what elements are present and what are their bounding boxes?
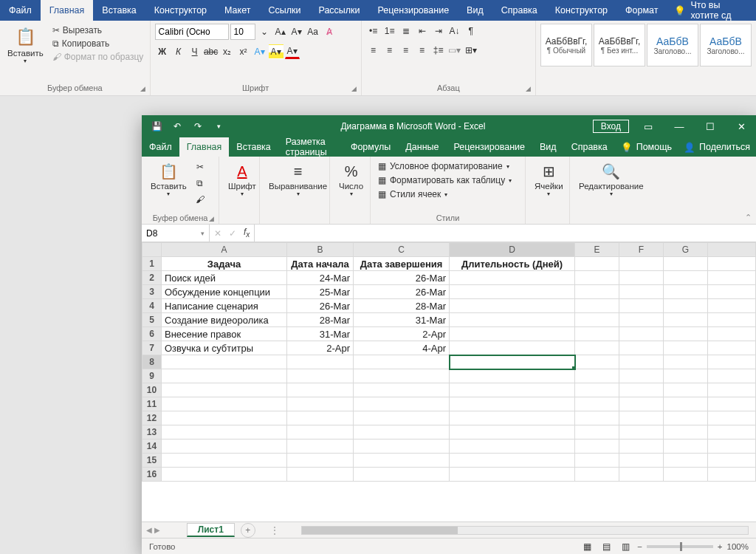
cell[interactable]	[708, 440, 756, 454]
signin-button[interactable]: Вход	[593, 120, 629, 133]
cell-G12[interactable]	[664, 411, 708, 425]
subscript-icon[interactable]: x₂	[220, 44, 235, 59]
view-normal-icon[interactable]: ▦	[580, 539, 594, 554]
cell[interactable]	[708, 341, 756, 355]
excel-tab-7[interactable]: Вид	[532, 137, 564, 157]
numbering-icon[interactable]: 1≡	[382, 24, 397, 38]
align-center-icon[interactable]: ≡	[382, 43, 397, 58]
cell-A14[interactable]	[162, 440, 287, 454]
row-header[interactable]: 15	[142, 454, 162, 468]
cell-C4[interactable]: 28-Mar	[354, 299, 450, 313]
dialog-launcher-icon[interactable]: ◢	[140, 85, 145, 92]
bullets-icon[interactable]: •≡	[366, 24, 381, 38]
italic-icon[interactable]: К	[171, 44, 186, 59]
format-painter-button[interactable]: 🖌Формат по образцу	[51, 50, 145, 64]
cell-E6[interactable]	[575, 327, 619, 341]
change-case-icon[interactable]: Aa	[306, 24, 320, 39]
excel-tab-2[interactable]: Вставка	[229, 137, 278, 157]
cell-A8[interactable]	[162, 355, 287, 369]
cell-G11[interactable]	[664, 397, 708, 411]
dialog-launcher-icon[interactable]: ◢	[526, 85, 531, 92]
format-painter-icon[interactable]: 🖌	[193, 192, 207, 207]
style-item[interactable]: АаБбВвГг,¶ Обычный	[540, 24, 592, 66]
cell-A7[interactable]: Озвучка и субтитры	[162, 341, 287, 355]
conditional-formatting-button[interactable]: ▦Условное форматирование▾	[377, 160, 519, 173]
cell-F15[interactable]	[619, 454, 664, 468]
excel-tab-6[interactable]: Рецензирование	[446, 137, 532, 157]
word-tab-7[interactable]: Рецензирование	[369, 0, 458, 21]
cell-F2[interactable]	[619, 271, 664, 285]
cell[interactable]	[708, 383, 756, 397]
cell-C1[interactable]: Дата завершения	[354, 257, 450, 271]
formula-input[interactable]	[255, 225, 756, 242]
word-tab-1[interactable]: Главная	[41, 0, 94, 21]
word-tab-0[interactable]: Файл	[0, 0, 41, 21]
cell-B3[interactable]: 25-Mar	[287, 285, 354, 299]
cell[interactable]	[708, 355, 756, 369]
cell-A15[interactable]	[162, 454, 287, 468]
cell-E3[interactable]	[575, 285, 619, 299]
format-as-table-button[interactable]: ▦Форматировать как таблицу▾	[377, 174, 519, 187]
dialog-launcher-icon[interactable]: ◢	[351, 85, 357, 92]
highlight-icon[interactable]: A▾	[269, 44, 284, 59]
excel-tab-3[interactable]: Разметка страницы	[278, 137, 343, 157]
style-item[interactable]: АаБбВвГг,¶ Без инт...	[594, 24, 645, 66]
row-header[interactable]: 14	[142, 440, 162, 454]
cell-B12[interactable]	[287, 411, 354, 425]
line-spacing-icon[interactable]: ‡≡	[431, 43, 446, 58]
cell-G4[interactable]	[664, 299, 708, 313]
cell-G13[interactable]	[664, 425, 708, 440]
cell-E10[interactable]	[575, 383, 619, 397]
cell-B11[interactable]	[287, 397, 354, 411]
cell-A4[interactable]: Написание сценария	[162, 299, 287, 313]
cell-G1[interactable]	[664, 257, 708, 271]
view-pagebreak-icon[interactable]: ▥	[618, 539, 633, 554]
cell-B8[interactable]	[287, 355, 354, 369]
cell-A6[interactable]: Внесение правок	[162, 327, 287, 341]
cell-C12[interactable]	[354, 411, 450, 425]
cell-F10[interactable]	[619, 383, 664, 397]
cell-B4[interactable]: 26-Mar	[287, 299, 354, 313]
word-tab-6[interactable]: Рассылки	[309, 0, 368, 21]
cell-D13[interactable]	[450, 425, 575, 440]
grow-font-icon[interactable]: A▴	[273, 24, 288, 39]
cell-B14[interactable]	[287, 440, 354, 454]
tell-me-input[interactable]: 💡Что вы хотите сд	[667, 0, 756, 21]
cell-C13[interactable]	[354, 425, 450, 440]
word-tab-4[interactable]: Макет	[216, 0, 259, 21]
sort-icon[interactable]: A↓	[447, 24, 462, 38]
cell-G6[interactable]	[664, 327, 708, 341]
cell[interactable]	[708, 468, 756, 482]
show-marks-icon[interactable]: ¶	[464, 24, 478, 38]
cell-E9[interactable]	[575, 369, 619, 383]
cell-C2[interactable]: 26-Mar	[354, 271, 450, 285]
cell-C8[interactable]	[354, 355, 450, 369]
word-tab-10[interactable]: Конструктор	[546, 0, 616, 21]
style-item[interactable]: АаБбВЗаголово...	[647, 24, 698, 66]
bold-icon[interactable]: Ж	[155, 44, 170, 59]
cell-E11[interactable]	[575, 397, 619, 411]
cell[interactable]	[708, 454, 756, 468]
word-tab-5[interactable]: Ссылки	[259, 0, 309, 21]
cell-F1[interactable]	[619, 257, 664, 271]
cell-A11[interactable]	[162, 397, 287, 411]
select-all-cell[interactable]	[142, 243, 162, 257]
cell-styles-button[interactable]: ▦Стили ячеек▾	[377, 188, 519, 201]
superscript-icon[interactable]: x²	[236, 44, 251, 59]
indent-dec-icon[interactable]: ⇤	[415, 24, 430, 38]
row-header[interactable]: 16	[142, 468, 162, 482]
row-header[interactable]: 9	[142, 369, 162, 383]
row-header[interactable]: 4	[142, 299, 162, 313]
cell-B1[interactable]: Дата начала	[287, 257, 354, 271]
row-header[interactable]: 11	[142, 397, 162, 411]
excel-tab-4[interactable]: Формулы	[343, 137, 398, 157]
borders-icon[interactable]: ⊞▾	[464, 43, 478, 58]
cell-A9[interactable]	[162, 369, 287, 383]
font-size-input[interactable]	[230, 24, 255, 40]
col-header-D[interactable]: D	[450, 243, 575, 257]
cell-A13[interactable]	[162, 425, 287, 440]
cell-G2[interactable]	[664, 271, 708, 285]
cell-E14[interactable]	[575, 440, 619, 454]
row-header[interactable]: 1	[142, 257, 162, 271]
align-left-icon[interactable]: ≡	[366, 43, 381, 58]
